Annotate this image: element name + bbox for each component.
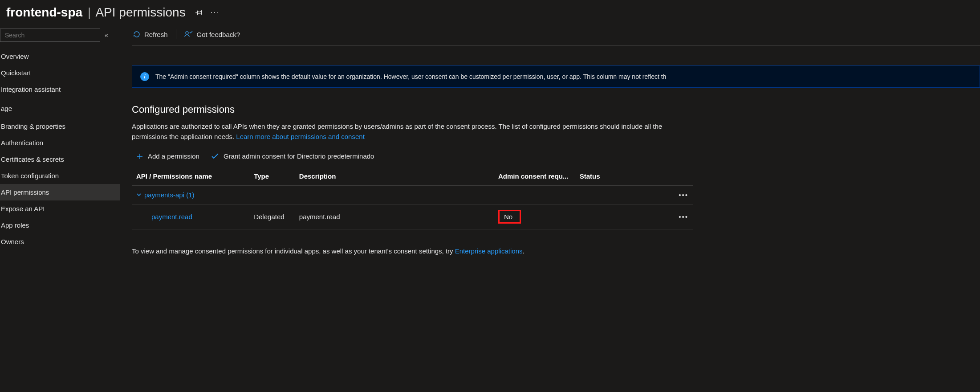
col-type[interactable]: Type — [249, 167, 295, 186]
info-banner-text: The "Admin consent required" column show… — [155, 73, 666, 80]
app-name: frontend-spa — [6, 5, 82, 19]
check-icon — [211, 153, 219, 160]
table-row: payment.read Delegated payment.read No •… — [132, 204, 693, 229]
section-title: Configured permissions — [132, 104, 980, 115]
permission-desc: payment.read — [295, 204, 494, 229]
permission-type: Delegated — [249, 204, 295, 229]
permission-name-link[interactable]: payment.read — [136, 213, 192, 220]
footer-text: To view and manage consented permissions… — [132, 247, 455, 255]
sidebar-item-overview[interactable]: Overview — [0, 48, 120, 65]
title-separator: | — [88, 5, 91, 19]
footer-suffix: . — [523, 247, 525, 255]
admin-consent-value: No — [504, 213, 512, 220]
sidebar-item-owners[interactable]: Owners — [0, 233, 120, 250]
add-permission-button[interactable]: Add a permission — [136, 152, 199, 160]
col-status[interactable]: Status — [575, 167, 666, 186]
sidebar-item-token-configuration[interactable]: Token configuration — [0, 167, 120, 184]
search-input[interactable] — [0, 29, 100, 42]
sidebar-item-certificates[interactable]: Certificates & secrets — [0, 151, 120, 167]
add-permission-label: Add a permission — [148, 152, 199, 160]
col-desc[interactable]: Description — [295, 167, 494, 186]
page-name: API permissions — [95, 5, 185, 19]
chevron-down-icon — [136, 191, 142, 199]
footer-note: To view and manage consented permissions… — [132, 247, 980, 255]
table-group-row[interactable]: payments-api (1) ••• — [132, 186, 693, 204]
section-description: Applications are authorized to call APIs… — [132, 122, 693, 142]
feedback-button[interactable]: Got feedback? — [183, 29, 241, 40]
permission-actions: Add a permission Grant admin consent for… — [132, 152, 980, 160]
table-header-row: API / Permissions name Type Description … — [132, 167, 693, 186]
page-title: frontend-spa | API permissions — [6, 5, 186, 20]
col-actions — [666, 167, 693, 186]
refresh-button[interactable]: Refresh — [132, 29, 169, 40]
api-group-name[interactable]: payments-api (1) — [144, 191, 195, 199]
learn-more-link[interactable]: Learn more about permissions and consent — [236, 133, 365, 140]
sidebar-item-quickstart[interactable]: Quickstart — [0, 65, 120, 81]
plus-icon — [136, 153, 143, 160]
row-more-icon[interactable]: ••• — [666, 204, 693, 229]
feedback-icon — [184, 30, 193, 38]
info-icon: i — [140, 72, 149, 81]
sidebar-section-label: age — [0, 98, 120, 116]
sidebar-item-integration-assistant[interactable]: Integration assistant — [0, 81, 120, 98]
svg-point-0 — [186, 32, 188, 34]
sidebar-item-expose-api[interactable]: Expose an API — [0, 200, 120, 217]
toolbar-divider — [176, 29, 176, 39]
sidebar-item-app-roles[interactable]: App roles — [0, 217, 120, 233]
toolbar: Refresh Got feedback? — [132, 29, 980, 46]
section-description-text: Applications are authorized to call APIs… — [132, 122, 662, 140]
sidebar-item-api-permissions[interactable]: API permissions — [0, 184, 120, 200]
sidebar: « Overview Quickstart Integration assist… — [0, 29, 120, 389]
main-content: Refresh Got feedback? i The "Admin conse… — [120, 29, 980, 389]
col-name[interactable]: API / Permissions name — [132, 167, 249, 186]
collapse-sidebar-icon[interactable]: « — [105, 32, 108, 39]
sidebar-item-branding[interactable]: Branding & properties — [0, 118, 120, 135]
grant-consent-label: Grant admin consent for Directorio prede… — [224, 152, 374, 160]
feedback-label: Got feedback? — [197, 31, 240, 38]
permissions-table: API / Permissions name Type Description … — [132, 167, 693, 229]
col-admin[interactable]: Admin consent requ... — [494, 167, 575, 186]
refresh-icon — [133, 30, 141, 38]
grant-consent-button[interactable]: Grant admin consent for Directorio prede… — [211, 152, 374, 160]
enterprise-applications-link[interactable]: Enterprise applications — [455, 247, 523, 255]
admin-consent-highlight: No — [498, 210, 521, 224]
header-more-icon[interactable]: ··· — [211, 8, 219, 16]
permission-admin-consent: No — [494, 204, 575, 229]
refresh-label: Refresh — [144, 31, 168, 38]
info-banner: i The "Admin consent required" column sh… — [132, 65, 980, 88]
group-row-more-icon[interactable]: ••• — [666, 186, 693, 204]
page-header: frontend-spa | API permissions ··· — [0, 0, 980, 29]
sidebar-item-authentication[interactable]: Authentication — [0, 135, 120, 151]
permission-status — [575, 204, 666, 229]
pin-icon[interactable] — [195, 9, 203, 16]
